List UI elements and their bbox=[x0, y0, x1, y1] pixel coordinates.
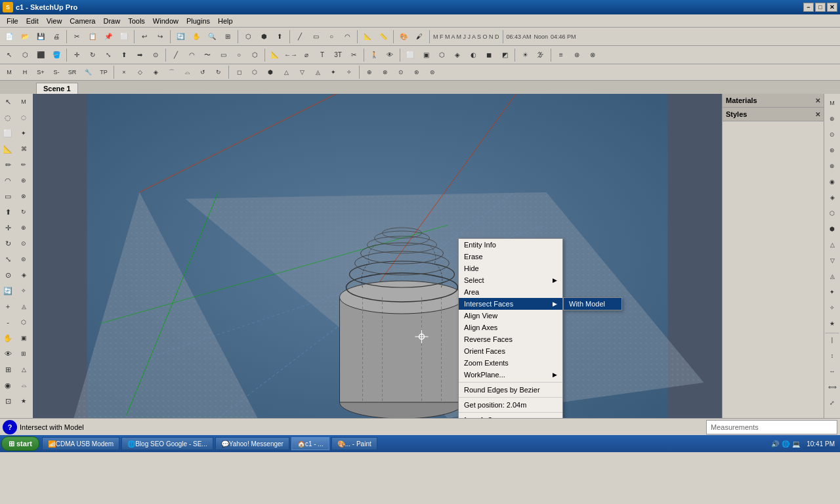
right-icon-5[interactable]: ⊗ bbox=[825, 159, 839, 173]
ctx-align-axes[interactable]: Align Axes bbox=[459, 322, 562, 333]
filter-btn[interactable]: ⊛ bbox=[570, 48, 584, 62]
taskbar-cdma[interactable]: 📶 CDMA USB Modem bbox=[42, 437, 119, 450]
maximize-button[interactable]: □ bbox=[815, 3, 826, 12]
right-icon-14[interactable]: ✧ bbox=[825, 301, 839, 315]
materials-header[interactable]: Materials ✕ bbox=[723, 94, 824, 107]
ctx-align-view[interactable]: Align View bbox=[459, 310, 562, 322]
materials-close[interactable]: ✕ bbox=[815, 97, 820, 104]
text-tool[interactable]: T bbox=[315, 48, 329, 62]
lasso-btn[interactable]: ◌ bbox=[1, 110, 15, 125]
right-icon-11[interactable]: ▽ bbox=[825, 253, 839, 268]
followme-tool[interactable]: ➡ bbox=[133, 48, 147, 62]
extra2-btn[interactable]: ⊡ bbox=[1, 394, 15, 408]
menu-camera[interactable]: Camera bbox=[66, 16, 99, 26]
plugin-btn-2[interactable]: H bbox=[18, 65, 32, 79]
ctx-hide[interactable]: Hide bbox=[459, 262, 562, 274]
component-button[interactable]: ⬡ bbox=[241, 30, 255, 44]
plugin-btn-15[interactable]: ◻ bbox=[232, 65, 246, 79]
zoom-left-btn[interactable]: + bbox=[1, 299, 15, 314]
hand-left-btn[interactable]: ✋ bbox=[1, 331, 15, 345]
plugin2-btn-9[interactable]: ⊕ bbox=[16, 220, 31, 235]
push-left-btn[interactable]: ⬆ bbox=[1, 205, 15, 219]
shadow-btn[interactable]: ☀ bbox=[518, 48, 532, 62]
circle-button[interactable]: ○ bbox=[324, 30, 339, 44]
undo-button[interactable]: ↩ bbox=[137, 30, 152, 44]
plugin-btn-10[interactable]: ◈ bbox=[148, 65, 163, 79]
cut-button[interactable]: ✂ bbox=[70, 30, 84, 44]
styles-header[interactable]: Styles ✕ bbox=[723, 108, 824, 121]
arc-left-btn[interactable]: ◠ bbox=[1, 173, 15, 188]
ctx-fur[interactable]: fur_v1_3 ▶ bbox=[459, 414, 562, 418]
plugin2-btn-14[interactable]: ◬ bbox=[16, 299, 31, 314]
plugin2-btn-4[interactable]: ⌘ bbox=[16, 142, 31, 156]
right-icon-19[interactable]: ⟺ bbox=[825, 380, 839, 394]
right-icon-3[interactable]: ⊙ bbox=[825, 127, 839, 142]
plugin2-btn-3[interactable]: ✦ bbox=[16, 126, 31, 140]
canvas-area[interactable]: Entity Info Erase Hide Select ▶ Area Int… bbox=[33, 94, 722, 418]
pushpull-button[interactable]: ⬆ bbox=[272, 30, 287, 44]
plugin-btn-24[interactable]: ⊗ bbox=[378, 65, 392, 79]
plugin-btn-14[interactable]: ↻ bbox=[211, 65, 226, 79]
plugin-btn-25[interactable]: ⊙ bbox=[394, 65, 408, 79]
plugin-btn-12[interactable]: ⌓ bbox=[180, 65, 194, 79]
plugin-btn-20[interactable]: ◬ bbox=[310, 65, 325, 79]
materials-button[interactable]: 🎨 bbox=[396, 30, 411, 44]
ctx-zoom-extents[interactable]: Zoom Extents bbox=[459, 357, 562, 369]
rotate-left-btn[interactable]: ↻ bbox=[1, 236, 15, 251]
plugin2-btn-11[interactable]: ⊜ bbox=[16, 252, 31, 266]
plugin2-btn-19[interactable]: ⌓ bbox=[16, 378, 31, 392]
plugin-btn-1[interactable]: M bbox=[2, 65, 16, 79]
ctx-orient-faces[interactable]: Orient Faces bbox=[459, 345, 562, 357]
plugin2-btn-5[interactable]: ✏ bbox=[16, 158, 31, 172]
hidden-btn[interactable]: ◈ bbox=[450, 48, 465, 62]
eye-left-btn[interactable]: 👁 bbox=[1, 346, 15, 361]
pencil-btn[interactable]: ✏ bbox=[1, 158, 15, 172]
plugin2-btn-13[interactable]: ✧ bbox=[16, 284, 31, 298]
right-icon-13[interactable]: ✦ bbox=[825, 285, 839, 299]
erase-button[interactable]: ⬜ bbox=[117, 30, 131, 44]
component-tool[interactable]: ⬡ bbox=[18, 48, 32, 62]
plugin2-btn-18[interactable]: △ bbox=[16, 362, 31, 377]
menu-file[interactable]: File bbox=[3, 16, 22, 26]
ctx-workplane[interactable]: WorkPlane... ▶ bbox=[459, 369, 562, 381]
right-icon-4[interactable]: ⊛ bbox=[825, 143, 839, 158]
redo-button[interactable]: ↪ bbox=[153, 30, 167, 44]
proto-tool[interactable]: ⌀ bbox=[299, 48, 314, 62]
rectangle-button[interactable]: ▭ bbox=[308, 30, 323, 44]
plugin-btn-4[interactable]: S- bbox=[49, 65, 64, 79]
pan-button[interactable]: ✋ bbox=[189, 30, 203, 44]
taskbar-sketchup[interactable]: 🏠 c1 - ... bbox=[291, 437, 329, 450]
scale-tool[interactable]: ⤡ bbox=[101, 48, 116, 62]
copy-button[interactable]: 📋 bbox=[85, 30, 100, 44]
minimize-button[interactable]: − bbox=[803, 3, 814, 12]
plugin2-btn-15[interactable]: ⬡ bbox=[16, 315, 31, 329]
section-tool[interactable]: ✂ bbox=[346, 48, 361, 62]
mono-btn[interactable]: ◩ bbox=[497, 48, 512, 62]
ctx-get-position[interactable]: Get position: 2.04m bbox=[459, 399, 562, 411]
select-tool[interactable]: ↖ bbox=[2, 48, 16, 62]
lookat-tool[interactable]: 👁 bbox=[383, 48, 397, 62]
plugin-btn-3[interactable]: S+ bbox=[33, 65, 48, 79]
line-tool[interactable]: ╱ bbox=[169, 48, 183, 62]
eraser-tool[interactable]: ⬛ bbox=[33, 48, 48, 62]
offset-tool[interactable]: ⊙ bbox=[148, 48, 163, 62]
plugin-btn-8[interactable]: × bbox=[117, 65, 131, 79]
new-button[interactable]: 📄 bbox=[2, 30, 16, 44]
line-button[interactable]: ╱ bbox=[293, 30, 307, 44]
plugin-btn-9[interactable]: ◇ bbox=[133, 65, 147, 79]
scale-left-btn[interactable]: ⤡ bbox=[1, 252, 15, 266]
protractor-button[interactable]: 📏 bbox=[376, 30, 390, 44]
axes-btn[interactable]: ⊞ bbox=[1, 362, 15, 377]
measure-button[interactable]: 📐 bbox=[360, 30, 375, 44]
extra1-btn[interactable]: ◉ bbox=[1, 378, 15, 392]
plugin-btn-19[interactable]: ▽ bbox=[295, 65, 309, 79]
plugin-btn-5[interactable]: SR bbox=[65, 65, 79, 79]
paste-button[interactable]: 📌 bbox=[101, 30, 116, 44]
menu-edit[interactable]: Edit bbox=[22, 16, 43, 26]
start-button[interactable]: ⊞ start bbox=[1, 436, 39, 451]
right-icon-17[interactable]: ↕ bbox=[825, 348, 839, 363]
taskbar-paint[interactable]: 🎨 ... - Paint bbox=[331, 437, 377, 450]
select-btn[interactable]: ↖ bbox=[1, 94, 15, 109]
arc-button[interactable]: ◠ bbox=[340, 30, 354, 44]
right-icon-18[interactable]: ↔ bbox=[825, 364, 839, 379]
